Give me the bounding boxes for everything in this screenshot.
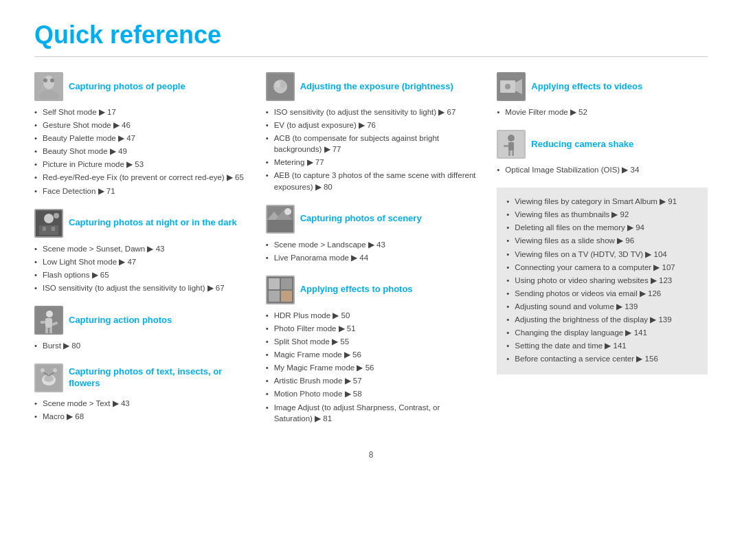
- section-effects-photos: Applying effects to photos HDR Plus mode…: [266, 276, 477, 424]
- section-scenery-header: Capturing photos of scenery: [266, 205, 477, 234]
- list-item: Macro ▶ 68: [34, 411, 245, 422]
- effects-videos-thumb: [497, 72, 526, 101]
- section-shake-title: Reducing camera shake: [531, 139, 633, 150]
- scenery-thumb: [266, 205, 295, 234]
- svg-rect-7: [43, 227, 46, 231]
- svg-rect-44: [508, 142, 514, 150]
- list-item: AEB (to capture 3 photos of the same sce…: [266, 170, 477, 192]
- svg-point-32: [284, 208, 291, 215]
- svg-rect-36: [269, 291, 280, 302]
- list-item: Scene mode > Landscape ▶ 43: [266, 239, 477, 250]
- main-grid: Capturing photos of people Self Shot mod…: [34, 72, 708, 436]
- section-effects-photos-header: Applying effects to photos: [266, 276, 477, 304]
- list-item: Adjusting sound and volume ▶ 139: [506, 301, 698, 312]
- list-item: Image Adjust (to adjust Sharpness, Contr…: [266, 402, 477, 424]
- list-item: Viewing files as thumbnails ▶ 92: [506, 209, 698, 220]
- section-night-title: Capturing photos at night or in the dark: [69, 217, 237, 229]
- section-text-list: Scene mode > Text ▶ 43 Macro ▶ 68: [34, 398, 245, 422]
- list-item: My Magic Frame mode ▶ 56: [266, 362, 477, 373]
- svg-point-43: [508, 135, 515, 142]
- section-text-header: Capturing photos of text, insects, or fl…: [34, 363, 245, 392]
- svg-point-11: [46, 311, 53, 317]
- section-action-list: Burst ▶ 80: [34, 340, 245, 351]
- svg-rect-8: [52, 227, 55, 231]
- section-exposure-header: Adjusting the exposure (brightness): [266, 72, 477, 101]
- svg-point-41: [505, 84, 510, 89]
- list-item: Before contacting a service center ▶ 156: [506, 353, 698, 364]
- list-item: Viewing files by category in Smart Album…: [506, 196, 698, 207]
- column-2: Adjusting the exposure (brightness) ISO …: [266, 72, 477, 436]
- list-item: ISO sensitivity (to adjust the sensitivi…: [266, 107, 477, 117]
- svg-rect-37: [281, 291, 292, 302]
- list-item: EV (to adjust exposure) ▶ 76: [266, 120, 477, 131]
- column-1: Capturing photos of people Self Shot mod…: [34, 72, 245, 436]
- svg-rect-45: [504, 145, 508, 147]
- title-divider: [34, 56, 708, 57]
- svg-point-26: [275, 81, 280, 88]
- svg-point-2: [43, 78, 47, 82]
- list-item: Sending photos or videos via email ▶ 126: [506, 288, 698, 299]
- svg-point-0: [43, 76, 54, 89]
- svg-point-27: [280, 81, 286, 88]
- list-item: HDR Plus mode ▶ 50: [266, 310, 477, 321]
- svg-point-19: [44, 375, 54, 382]
- misc-box-list: Viewing files by category in Smart Album…: [506, 196, 698, 364]
- list-item: Beauty Palette mode ▶ 47: [34, 133, 245, 144]
- list-item: Photo Filter mode ▶ 51: [266, 323, 477, 334]
- section-night-header: Capturing photos at night or in the dark: [34, 209, 245, 238]
- section-shake-header: Reducing camera shake: [497, 130, 708, 159]
- svg-point-5: [44, 214, 54, 223]
- section-exposure-title: Adjusting the exposure (brightness): [300, 81, 453, 93]
- page-number: 8: [34, 450, 708, 460]
- section-effects-videos: Applying effects to videos Movie Filter …: [497, 72, 708, 117]
- svg-rect-6: [39, 225, 58, 235]
- list-item: Adjusting the brightness of the display …: [506, 314, 698, 325]
- list-item: Scene mode > Text ▶ 43: [34, 398, 245, 409]
- svg-rect-15: [45, 328, 48, 333]
- list-item: Movie Filter mode ▶ 52: [497, 107, 708, 117]
- list-item: ISO sensitivity (to adjust the sensitivi…: [34, 282, 245, 293]
- list-item: Scene mode > Sunset, Dawn ▶ 43: [34, 243, 245, 254]
- list-item: Beauty Shot mode ▶ 49: [34, 146, 245, 157]
- svg-rect-47: [512, 150, 514, 156]
- effects-photos-thumb: [266, 276, 295, 304]
- list-item: Magic Frame mode ▶ 56: [266, 349, 477, 360]
- section-effects-videos-header: Applying effects to videos: [497, 72, 708, 101]
- svg-rect-29: [267, 220, 293, 232]
- section-exposure-list: ISO sensitivity (to adjust the sensitivi…: [266, 107, 477, 192]
- page-title: Quick reference: [34, 21, 708, 49]
- svg-rect-35: [281, 278, 292, 289]
- list-item: Motion Photo mode ▶ 58: [266, 388, 477, 399]
- list-item: Viewing files on a TV (HDTV, 3D TV) ▶ 10…: [506, 249, 698, 260]
- section-people-list: Self Shot mode ▶ 17 Gesture Shot mode ▶ …: [34, 107, 245, 197]
- svg-point-3: [50, 78, 54, 82]
- section-effects-videos-list: Movie Filter mode ▶ 52: [497, 107, 708, 117]
- shake-thumb: [497, 130, 526, 159]
- section-scenery-list: Scene mode > Landscape ▶ 43 Live Panoram…: [266, 239, 477, 263]
- svg-rect-12: [45, 318, 52, 328]
- section-people-header: Capturing photos of people: [34, 72, 245, 101]
- svg-point-1: [39, 90, 58, 100]
- list-item: Metering ▶ 77: [266, 157, 477, 168]
- svg-rect-34: [269, 278, 280, 289]
- svg-rect-46: [508, 150, 510, 156]
- list-item: Optical Image Stabilization (OIS) ▶ 34: [497, 164, 708, 175]
- column-3: Applying effects to videos Movie Filter …: [497, 72, 708, 436]
- exposure-thumb: [266, 72, 295, 101]
- svg-point-9: [54, 213, 59, 219]
- list-item: Split Shot mode ▶ 55: [266, 336, 477, 347]
- section-action-header: Capturing action photos: [34, 306, 245, 335]
- svg-rect-16: [49, 328, 52, 333]
- list-item: Changing the display language ▶ 141: [506, 327, 698, 338]
- night-thumb: [34, 209, 63, 238]
- list-item: Artistic Brush mode ▶ 57: [266, 375, 477, 386]
- list-item: Deleting all files on the memory ▶ 94: [506, 222, 698, 233]
- section-text: Capturing photos of text, insects, or fl…: [34, 363, 245, 422]
- section-shake-list: Optical Image Stabilization (OIS) ▶ 34: [497, 164, 708, 175]
- list-item: Gesture Shot mode ▶ 46: [34, 120, 245, 131]
- section-effects-videos-title: Applying effects to videos: [531, 81, 642, 93]
- section-effects-photos-title: Applying effects to photos: [300, 284, 413, 295]
- list-item: Setting the date and time ▶ 141: [506, 340, 698, 351]
- svg-point-22: [41, 368, 45, 372]
- list-item: Self Shot mode ▶ 17: [34, 107, 245, 117]
